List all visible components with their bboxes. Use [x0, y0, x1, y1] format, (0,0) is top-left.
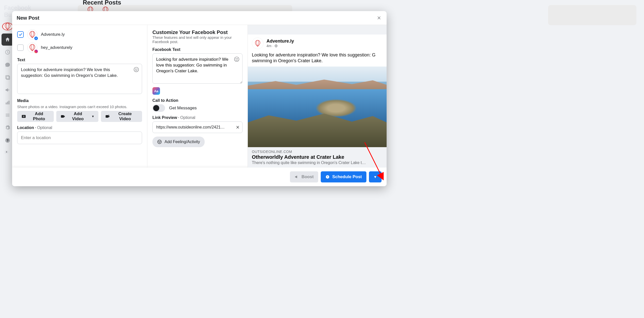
cta-label: Call to Action [152, 98, 243, 103]
add-video-label: Add Video [67, 111, 88, 121]
megaphone-icon[interactable] [2, 84, 14, 96]
instagram-badge-icon [34, 49, 38, 54]
smiley-icon [133, 67, 139, 72]
schedule-post-label: Schedule Post [332, 174, 362, 179]
clock-icon [325, 175, 330, 179]
preview-page-name: Adventure.ly [266, 39, 294, 44]
emoji-button[interactable] [133, 67, 140, 73]
globe-icon [274, 44, 278, 48]
svg-point-11 [137, 69, 137, 69]
close-button[interactable] [376, 15, 382, 21]
fb-text-label: Facebook Text [152, 47, 243, 52]
preview-body: Looking for adventure inspiration? We lo… [248, 51, 387, 67]
svg-point-18 [236, 58, 236, 59]
messages-icon[interactable] [2, 59, 14, 71]
link-preview-field[interactable]: https://www.outsideonline.com/2421… [152, 121, 243, 133]
insights-icon[interactable] [2, 97, 14, 109]
add-photo-label: Add Photo [28, 111, 50, 121]
video-icon [60, 114, 65, 119]
svg-rect-15 [106, 115, 109, 118]
checkbox-checked[interactable] [17, 31, 24, 38]
megaphone-icon [294, 175, 299, 179]
account-option-facebook[interactable]: Adventure.ly [17, 28, 142, 41]
svg-point-17 [234, 57, 239, 61]
customize-subtitle: These features and text will only appear… [152, 35, 243, 44]
chevron-down-icon: ▼ [91, 115, 94, 118]
svg-point-19 [237, 58, 238, 59]
preview-link-title: Otherworldly Adventure at Crater Lake [252, 154, 383, 160]
emoji-button[interactable] [234, 56, 240, 62]
background-style-button[interactable]: Aa [152, 87, 160, 95]
svg-rect-14 [61, 115, 64, 118]
close-icon [377, 16, 381, 20]
smiley-icon [234, 56, 239, 62]
account-option-instagram[interactable]: hey_adventurely [17, 41, 142, 54]
recent-posts-heading: Recent Posts [83, 0, 121, 6]
posts-icon[interactable] [2, 71, 14, 83]
post-options-dropdown[interactable]: ▼ [369, 171, 382, 182]
new-post-modal: New Post Adventure.ly [12, 11, 387, 186]
preview-avatar [252, 38, 263, 49]
preview-link-description: There's nothing quite like swimming in O… [252, 161, 383, 165]
svg-rect-4 [7, 102, 8, 105]
activity-icon[interactable] [2, 46, 14, 58]
facebook-text-input[interactable] [152, 53, 243, 84]
help-icon[interactable]: ? [2, 134, 14, 146]
location-label: Location·Optional [17, 125, 142, 130]
checkbox-unchecked[interactable] [17, 44, 24, 51]
schedule-post-button[interactable]: Schedule Post [321, 171, 366, 182]
home-icon[interactable] [2, 34, 14, 46]
clear-link-button[interactable] [235, 125, 240, 130]
svg-point-10 [135, 69, 136, 69]
account-name: hey_adventurely [41, 45, 72, 50]
modal-title: New Post [17, 15, 39, 21]
svg-text:?: ? [7, 139, 9, 142]
svg-point-9 [134, 67, 139, 72]
svg-rect-5 [9, 101, 10, 105]
svg-point-21 [159, 141, 159, 142]
account-name: Adventure.ly [41, 32, 65, 37]
post-text-input[interactable] [17, 64, 142, 94]
check-icon [18, 32, 23, 37]
customize-title: Customize Your Facebook Post [152, 29, 243, 35]
settings-icon[interactable] [2, 122, 14, 134]
photo-icon [21, 114, 26, 119]
svg-rect-3 [6, 103, 7, 104]
cta-toggle[interactable] [152, 104, 165, 112]
page-avatar[interactable] [2, 22, 13, 30]
preview-link-domain: OUTSIDEONLINE.COM [252, 150, 383, 154]
post-preview: Adventure.ly 4m · Looking for adventure … [248, 25, 387, 168]
media-label: Media [17, 99, 142, 103]
add-feeling-button[interactable]: Add Feeling/Activity [152, 137, 205, 147]
smiley-icon [157, 139, 162, 144]
add-feeling-label: Add Feeling/Activity [165, 140, 200, 144]
feedback-icon: ! [4, 150, 9, 155]
preview-age: 4m [266, 44, 271, 48]
create-video-button[interactable]: Create Video [101, 111, 142, 122]
svg-point-22 [160, 141, 160, 142]
link-url: https://www.outsideonline.com/2421… [156, 125, 234, 130]
create-video-icon [105, 114, 110, 119]
boost-button[interactable]: Boost [290, 171, 318, 182]
svg-text:!: ! [6, 151, 7, 153]
media-hint: Share photos or a video. Instagram posts… [17, 105, 142, 109]
cta-option-label: Get Messages [169, 106, 197, 111]
location-input[interactable] [17, 132, 142, 144]
add-photo-button[interactable]: Add Photo [17, 111, 54, 122]
text-label: Text [17, 58, 142, 62]
add-video-button[interactable]: Add Video ▼ [56, 111, 98, 122]
preview-link-image [248, 67, 387, 147]
svg-point-20 [158, 140, 162, 144]
create-video-label: Create Video [112, 111, 138, 121]
link-preview-label: Link Preview·Optional [152, 115, 243, 120]
facebook-badge-icon [34, 36, 38, 41]
boost-label: Boost [302, 174, 314, 179]
menu-icon[interactable] [2, 109, 14, 121]
chevron-down-icon: ▼ [373, 175, 377, 179]
close-icon [236, 125, 240, 129]
